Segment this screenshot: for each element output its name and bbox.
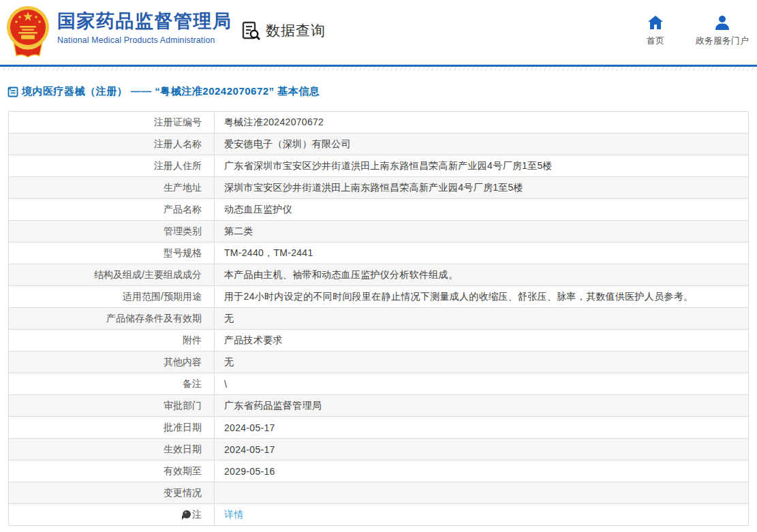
table-row: 审批部门广东省药品监督管理局 — [9, 395, 749, 417]
table-row: 生产地址深圳市宝安区沙井街道洪田上南东路恒昌荣高新产业园4号厂房1至5楼 — [9, 177, 749, 199]
balloon-icon — [183, 510, 191, 518]
field-value: 2024-05-17 — [215, 417, 749, 439]
field-label: 注册人名称 — [9, 134, 215, 155]
field-label: 结构及组成/主要组成成分 — [9, 264, 215, 286]
nav-portal[interactable]: 政务服务门户 — [696, 15, 749, 47]
nav-home[interactable]: 首页 — [647, 15, 664, 47]
document-icon — [7, 87, 18, 97]
field-value — [215, 482, 749, 504]
top-nav: 首页 政务服务门户 — [647, 15, 749, 47]
field-label: 其他内容 — [9, 351, 215, 373]
field-value: 本产品由主机、袖带和动态血压监护仪分析软件组成。 — [215, 264, 749, 286]
registration-info-table: 注册证编号粤械注准20242070672注册人名称爱安德电子（深圳）有限公司注册… — [8, 111, 749, 526]
field-value: 无 — [215, 308, 749, 330]
document-search-icon — [241, 20, 261, 41]
field-value: 用于24小时内设定的不同时间段里在静止情况下测量成人的收缩压、舒张压、脉率，其数… — [215, 286, 749, 308]
field-label: 管理类别 — [9, 221, 215, 242]
page-header: 国家药品监督管理局 National Medical Products Admi… — [0, 0, 757, 65]
field-value: 第二类 — [215, 221, 749, 242]
table-row: 产品名称动态血压监护仪 — [9, 199, 749, 221]
table-row: 有效期至2029-05-16 — [9, 460, 749, 482]
national-emblem-icon — [5, 5, 50, 59]
field-label: 生产地址 — [9, 177, 215, 199]
table-row: 产品储存条件及有效期无 — [9, 308, 749, 330]
field-value: 2024-05-17 — [215, 439, 749, 460]
table-row: 附件产品技术要求 — [9, 330, 749, 351]
field-value: 2029-05-16 — [215, 460, 749, 482]
field-value: TM-2440，TM-2441 — [215, 242, 749, 264]
table-row: 注详情 — [9, 504, 749, 526]
table-row: 备注\ — [9, 373, 749, 395]
nav-home-label: 首页 — [647, 35, 664, 47]
field-label: 生效日期 — [9, 439, 215, 460]
field-label: 产品储存条件及有效期 — [9, 308, 215, 330]
field-label: 有效期至 — [9, 460, 215, 482]
nav-portal-label: 政务服务门户 — [696, 35, 749, 47]
table-row: 注册人名称爱安德电子（深圳）有限公司 — [9, 134, 749, 155]
field-value: 无 — [215, 351, 749, 373]
field-value: 广东省药品监督管理局 — [215, 395, 749, 417]
table-row: 变更情况 — [9, 482, 749, 504]
table-row: 结构及组成/主要组成成分本产品由主机、袖带和动态血压监护仪分析软件组成。 — [9, 264, 749, 286]
field-label: 注册人住所 — [9, 155, 215, 177]
field-label: 批准日期 — [9, 417, 215, 439]
field-label: 审批部门 — [9, 395, 215, 417]
site-title: 国家药品监督管理局 National Medical Products Admi… — [57, 10, 232, 45]
table-row: 生效日期2024-05-17 — [9, 439, 749, 460]
user-icon — [714, 15, 730, 30]
field-label: 适用范围/预期用途 — [9, 286, 215, 308]
table-row: 适用范围/预期用途用于24小时内设定的不同时间段里在静止情况下测量成人的收缩压、… — [9, 286, 749, 308]
breadcrumb: 境内医疗器械（注册） —— “粤械注准20242070672” 基本信息 — [7, 85, 757, 98]
table-row: 型号规格TM-2440，TM-2441 — [9, 242, 749, 264]
home-icon — [647, 15, 664, 30]
table-row: 其他内容无 — [9, 351, 749, 373]
field-label: 备注 — [9, 373, 215, 395]
field-value: \ — [215, 373, 749, 395]
table-row: 注册人住所广东省深圳市宝安区沙井街道洪田上南东路恒昌荣高新产业园4号厂房1至5楼 — [9, 155, 749, 177]
field-value: 广东省深圳市宝安区沙井街道洪田上南东路恒昌荣高新产业园4号厂房1至5楼 — [215, 155, 749, 177]
field-value: 粤械注准20242070672 — [215, 112, 749, 134]
header-divider — [0, 65, 757, 71]
detail-link[interactable]: 详情 — [224, 509, 244, 520]
page-title: 境内医疗器械（注册） —— “粤械注准20242070672” 基本信息 — [22, 85, 320, 98]
site-title-en: National Medical Products Administration — [57, 35, 232, 45]
field-value: 深圳市宝安区沙井街道洪田上南东路恒昌荣高新产业园4号厂房1至5楼 — [215, 177, 749, 199]
field-label: 产品名称 — [9, 199, 215, 221]
field-label: 注 — [9, 504, 215, 526]
table-row: 批准日期2024-05-17 — [9, 417, 749, 439]
field-value: 产品技术要求 — [215, 330, 749, 351]
table-row: 管理类别第二类 — [9, 221, 749, 242]
site-title-zh: 国家药品监督管理局 — [57, 10, 232, 32]
field-label: 附件 — [9, 330, 215, 351]
field-label: 型号规格 — [9, 242, 215, 264]
field-value: 动态血压监护仪 — [215, 199, 749, 221]
field-label: 变更情况 — [9, 482, 215, 504]
data-query-label: 数据查询 — [266, 21, 326, 40]
field-value: 爱安德电子（深圳）有限公司 — [215, 134, 749, 155]
field-label: 注册证编号 — [9, 112, 215, 134]
field-value: 详情 — [215, 504, 749, 526]
data-query-link[interactable]: 数据查询 — [241, 20, 326, 41]
table-row: 注册证编号粤械注准20242070672 — [9, 112, 749, 134]
